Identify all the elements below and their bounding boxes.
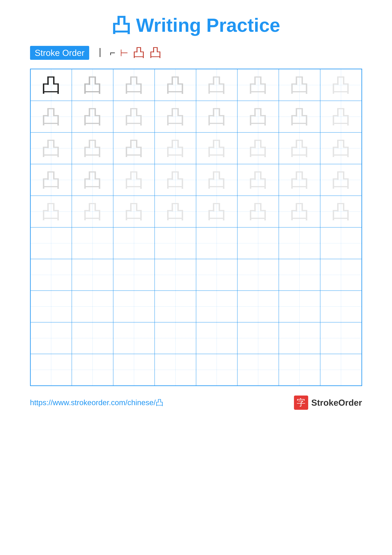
char-r3c2: 凸 — [83, 139, 102, 158]
char-r2c4: 凸 — [166, 107, 185, 126]
stroke-order-section: Stroke Order 丨 ⌐ ⊢ 凸 凸 — [30, 45, 362, 61]
page-title: 凸 Writing Practice — [112, 15, 280, 36]
grid-cell-r3c1: 凸 — [30, 132, 72, 164]
grid-cell-r6c7[interactable] — [279, 227, 320, 259]
char-r4c4: 凸 — [166, 170, 185, 189]
grid-cell-r7c4[interactable] — [155, 259, 196, 291]
char-r1c8: 凸 — [331, 75, 350, 95]
grid-cell-r7c3[interactable] — [113, 259, 155, 291]
grid-cell-r8c2[interactable] — [72, 291, 113, 322]
stroke-4: 凸 — [133, 45, 145, 61]
grid-cell-r6c1[interactable] — [30, 227, 72, 259]
char-r2c2: 凸 — [83, 107, 102, 126]
grid-cell-r3c5: 凸 — [196, 132, 237, 164]
char-r5c8: 凸 — [331, 202, 350, 221]
grid-cell-r2c5: 凸 — [196, 101, 237, 132]
grid-cell-r10c3[interactable] — [113, 354, 155, 386]
grid-cell-r9c1[interactable] — [30, 322, 72, 354]
grid-cell-r4c8: 凸 — [320, 164, 362, 196]
grid-cell-r9c4[interactable] — [155, 322, 196, 354]
grid-cell-r7c6[interactable] — [237, 259, 279, 291]
grid-cell-r6c6[interactable] — [237, 227, 279, 259]
char-r1c7: 凸 — [290, 75, 309, 95]
char-r3c3: 凸 — [124, 139, 143, 158]
grid-cell-r8c8[interactable] — [320, 291, 362, 322]
grid-cell-r1c1: 凸 — [30, 69, 72, 101]
grid-cell-r3c3: 凸 — [113, 132, 155, 164]
char-r1c5: 凸 — [207, 75, 226, 95]
char-r5c7: 凸 — [290, 202, 309, 221]
char-r1c1: 凸 — [42, 75, 61, 95]
stroke-2: ⌐ — [110, 47, 115, 58]
char-r1c4: 凸 — [166, 75, 185, 95]
grid-cell-r6c3[interactable] — [113, 227, 155, 259]
stroke-order-chars: 丨 ⌐ ⊢ 凸 凸 — [95, 45, 161, 61]
grid-cell-r4c2: 凸 — [72, 164, 113, 196]
grid-cell-r3c2: 凸 — [72, 132, 113, 164]
char-r5c6: 凸 — [249, 202, 268, 221]
char-r5c4: 凸 — [166, 202, 185, 221]
char-r3c5: 凸 — [207, 139, 226, 158]
grid-cell-r7c5[interactable] — [196, 259, 237, 291]
grid-cell-r2c2: 凸 — [72, 101, 113, 132]
char-r2c6: 凸 — [249, 107, 268, 126]
grid-cell-r9c5[interactable] — [196, 322, 237, 354]
grid-cell-r4c6: 凸 — [237, 164, 279, 196]
char-r2c7: 凸 — [290, 107, 309, 126]
brand-name: StrokeOrder — [311, 398, 362, 408]
grid-cell-r6c5[interactable] — [196, 227, 237, 259]
char-r3c8: 凸 — [331, 139, 350, 158]
char-r1c3: 凸 — [124, 75, 143, 95]
grid-cell-r2c8: 凸 — [320, 101, 362, 132]
grid-cell-r9c2[interactable] — [72, 322, 113, 354]
grid-cell-r6c8[interactable] — [320, 227, 362, 259]
grid-cell-r3c6: 凸 — [237, 132, 279, 164]
grid-cell-r7c2[interactable] — [72, 259, 113, 291]
grid-cell-r2c6: 凸 — [237, 101, 279, 132]
grid-cell-r8c1[interactable] — [30, 291, 72, 322]
grid-cell-r6c4[interactable] — [155, 227, 196, 259]
char-r3c4: 凸 — [166, 139, 185, 158]
grid-cell-r9c8[interactable] — [320, 322, 362, 354]
grid-cell-r10c1[interactable] — [30, 354, 72, 386]
char-r4c6: 凸 — [249, 170, 268, 189]
grid-cell-r2c4: 凸 — [155, 101, 196, 132]
grid-cell-r7c8[interactable] — [320, 259, 362, 291]
grid-cell-r10c5[interactable] — [196, 354, 237, 386]
char-r4c8: 凸 — [331, 170, 350, 189]
char-r5c5: 凸 — [207, 202, 226, 221]
footer: https://www.strokeorder.com/chinese/凸 字 … — [30, 386, 362, 416]
grid-cell-r2c7: 凸 — [279, 101, 320, 132]
grid-cell-r4c3: 凸 — [113, 164, 155, 196]
grid-cell-r8c6[interactable] — [237, 291, 279, 322]
practice-grid: 凸 凸 凸 凸 凸 凸 凸 凸 凸 凸 凸 凸 凸 凸 凸 凸 — [30, 69, 362, 386]
grid-cell-r10c8[interactable] — [320, 354, 362, 386]
grid-cell-r10c6[interactable] — [237, 354, 279, 386]
char-r5c3: 凸 — [124, 202, 143, 221]
grid-cell-r10c4[interactable] — [155, 354, 196, 386]
grid-cell-r1c7: 凸 — [279, 69, 320, 101]
grid-cell-r1c2: 凸 — [72, 69, 113, 101]
stroke-1: 丨 — [95, 46, 105, 59]
grid-cell-r9c3[interactable] — [113, 322, 155, 354]
char-r1c6: 凸 — [249, 75, 268, 95]
grid-cell-r8c7[interactable] — [279, 291, 320, 322]
grid-cell-r8c3[interactable] — [113, 291, 155, 322]
grid-cell-r8c4[interactable] — [155, 291, 196, 322]
grid-cell-r9c7[interactable] — [279, 322, 320, 354]
footer-url[interactable]: https://www.strokeorder.com/chinese/凸 — [30, 398, 163, 408]
footer-brand: 字 StrokeOrder — [294, 395, 362, 410]
grid-cell-r9c6[interactable] — [237, 322, 279, 354]
grid-cell-r3c8: 凸 — [320, 132, 362, 164]
grid-cell-r10c2[interactable] — [72, 354, 113, 386]
grid-cell-r6c2[interactable] — [72, 227, 113, 259]
grid-cell-r2c1: 凸 — [30, 101, 72, 132]
grid-cell-r7c1[interactable] — [30, 259, 72, 291]
grid-cell-r8c5[interactable] — [196, 291, 237, 322]
char-r4c5: 凸 — [207, 170, 226, 189]
char-r4c1: 凸 — [42, 170, 61, 189]
char-r2c8: 凸 — [331, 107, 350, 126]
grid-cell-r5c7: 凸 — [279, 196, 320, 227]
grid-cell-r10c7[interactable] — [279, 354, 320, 386]
grid-cell-r7c7[interactable] — [279, 259, 320, 291]
